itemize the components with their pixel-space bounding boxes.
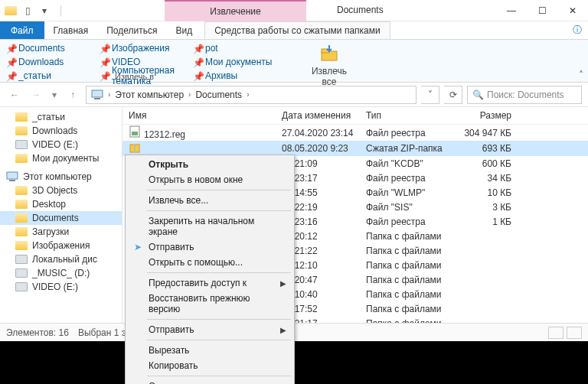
nav-quick-access-item[interactable]: _статьи [0,110,122,124]
chevron-icon[interactable]: › [247,90,249,99]
nav-recent-dropdown[interactable]: ▾ [49,86,60,103]
status-item-count: Элементов: 16 [6,327,69,338]
qat-separator: │ [55,5,67,17]
ribbon-pinned-folder[interactable]: 📌pot [193,41,285,55]
nav-back-button[interactable]: ← [6,86,23,103]
nav-pc-item[interactable]: Изображения [0,239,122,252]
nav-pc-item[interactable]: Desktop [0,197,122,211]
nav-pc-item[interactable]: 3D Objects [0,184,122,197]
svg-rect-2 [92,90,103,97]
nav-quick-access-item[interactable]: VIDEO (E:) [0,138,122,151]
svg-rect-3 [94,98,100,99]
breadcrumb-root[interactable]: Этот компьютер [115,89,184,100]
chevron-icon[interactable]: › [108,90,110,99]
folder-icon [15,112,28,122]
nav-quick-access-item[interactable]: Мои документы [0,151,122,165]
ribbon-help-icon[interactable]: ⓘ [567,21,588,39]
minimize-button[interactable]: — [496,0,527,21]
svg-rect-9 [134,145,136,152]
ribbon-pinned-folder[interactable]: 📌_статьи [6,69,98,83]
ctx-open-new-window[interactable]: Открыть в новом окне [127,172,292,187]
nav-pc-item[interactable]: Локальный дис [0,252,122,266]
close-button[interactable]: ✕ [557,0,588,21]
contextual-tab-extract[interactable]: Извлечение [165,0,306,21]
nav-forward-button[interactable]: → [28,86,44,103]
ctx-extract-all[interactable]: Извлечь все... [127,193,292,208]
folder-icon [15,213,28,223]
collapse-ribbon-icon[interactable]: ˄ [579,70,583,80]
folder-icon [15,154,28,163]
view-details-button[interactable] [548,327,564,339]
nav-quick-access-item[interactable]: Downloads [0,124,122,138]
address-bar-row: ← → ▾ ↑ › Этот компьютер › Documents › ˅… [0,83,588,107]
pin-icon: 📌 [193,71,202,80]
column-date[interactable]: Дата изменения [282,110,366,121]
pc-icon [91,89,103,100]
nav-up-button[interactable]: ↑ [64,86,81,103]
column-name[interactable]: Имя [129,110,282,121]
ribbon-pinned-folder[interactable]: 📌Documents [6,41,98,55]
menu-share[interactable]: Поделиться [97,21,166,39]
extract-all-button[interactable]: Извлечь все [310,43,348,87]
ribbon-pinned-folder[interactable]: 📌Downloads [6,55,98,69]
ctx-open[interactable]: Открыть [127,157,292,172]
folder-icon [15,200,28,209]
file-row[interactable]: 12312.reg27.04.2020 23:14Файл реестра304… [122,125,588,141]
search-input[interactable]: 🔍 Поиск: Documents [467,86,582,104]
ctx-copy[interactable]: Копировать [127,358,292,373]
qat-dropdown-icon[interactable]: ▾ [38,5,51,17]
ctx-send-to[interactable]: Отправить▶ [127,322,292,337]
folder-icon [5,5,17,17]
ctx-separator [147,340,291,340]
ribbon-pinned-folder[interactable]: 📌Изображения [100,41,191,55]
ctx-grant-access[interactable]: Предоставить доступ к▶ [127,275,292,291]
nav-this-pc[interactable]: Этот компьютер [0,170,122,184]
address-dropdown-button[interactable]: ˅ [421,86,439,104]
ctx-restore-previous[interactable]: Восстановить прежнюю версию [127,291,292,317]
title-bar: ▯ ▾ │ Извлечение Documents — ☐ ✕ [0,0,588,21]
search-icon: 🔍 [472,89,484,100]
ctx-send[interactable]: ➤ Отправить [127,239,292,255]
menu-home[interactable]: Главная [44,21,98,39]
svg-rect-7 [132,132,138,135]
ribbon-pinned-folder[interactable]: 📌Мои документы [193,55,285,69]
svg-rect-4 [7,172,18,179]
ctx-create-shortcut[interactable]: Создать ярлык [127,379,292,384]
ctx-pin-start[interactable]: Закрепить на начальном экране [127,213,292,239]
file-row[interactable]: 08.05.2020 9:23Сжатая ZIP-папка693 КБ [122,141,588,156]
file-icon [129,125,141,138]
properties-icon[interactable]: ▯ [21,5,34,17]
menu-compressed-tools[interactable]: Средства работы со сжатыми папками [204,21,390,39]
view-icons-button[interactable] [567,327,582,339]
address-bar[interactable]: › Этот компьютер › Documents › [86,86,416,104]
pin-icon: 📌 [100,57,109,67]
ctx-separator [147,272,291,273]
folder-icon [15,227,28,236]
nav-pc-item[interactable]: _MUSIC_ (D:) [0,266,122,280]
extract-all-label: Извлечь все [312,66,347,87]
breadcrumb-folder[interactable]: Documents [195,89,242,100]
nav-pc-item[interactable]: Documents [0,211,122,225]
svg-rect-5 [9,180,15,181]
chevron-icon[interactable]: › [188,90,191,99]
ctx-separator [147,319,291,320]
ctx-separator [147,210,291,211]
folder-icon [15,255,28,264]
folder-icon [15,282,28,291]
quick-access-toolbar: ▯ ▾ │ [0,5,72,17]
menu-file[interactable]: Файл [0,21,44,39]
nav-pc-item[interactable]: VIDEO (E:) [0,280,122,294]
ribbon-pinned-folder[interactable]: 📌Архивы [193,69,285,83]
refresh-button[interactable]: ⟳ [444,86,462,104]
nav-pc-item[interactable]: Загрузки [0,225,122,239]
column-headers[interactable]: Имя Дата изменения Тип Размер [122,107,588,125]
column-type[interactable]: Тип [366,110,458,121]
pin-icon: 📌 [6,44,15,53]
menu-view[interactable]: Вид [166,21,201,39]
maximize-button[interactable]: ☐ [527,0,557,21]
navigation-pane[interactable]: _статьиDownloadsVIDEO (E:)Мои документыЭ… [0,107,122,323]
pin-icon: 📌 [100,44,109,53]
column-size[interactable]: Размер [458,110,511,121]
ctx-open-with[interactable]: Открыть с помощью... [127,255,292,270]
ctx-cut[interactable]: Вырезать [127,343,292,358]
